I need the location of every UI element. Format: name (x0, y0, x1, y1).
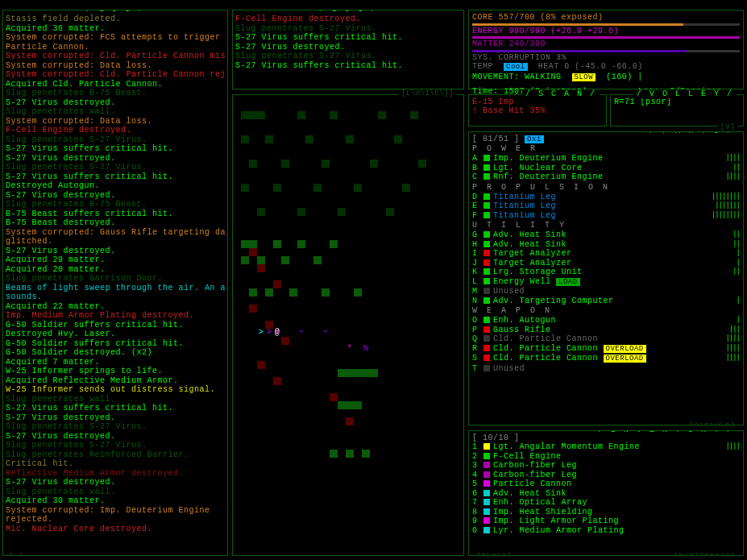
inv-title: / I N V E N T O R Y / (595, 430, 737, 434)
log-line: S-27 Virus suffers critical hit. (235, 61, 461, 71)
scan-panel: / S C A N / E-15 Imp ! Base Hit 35% (468, 94, 607, 127)
inv-capacity: [ 10/10 ] (472, 433, 740, 442)
map-entity[interactable]: > (257, 329, 265, 337)
part-row[interactable]: AImp. Deuterium Engine|||| (472, 154, 740, 164)
map-tile (370, 160, 378, 168)
part-row[interactable]: 5Particle Cannon (472, 479, 740, 489)
parts-list: P o w e rAImp. Deuterium Engine||||BLgt.… (472, 144, 740, 373)
log-line: Slug penetrates Reinforced Barrier. (6, 450, 225, 460)
core-bar (472, 23, 740, 26)
map-tile (249, 248, 257, 256)
part-row[interactable]: FTitanium Leg|||||||| (472, 211, 740, 221)
map-tile (354, 288, 362, 297)
part-row[interactable]: 2F-Cell Engine (472, 452, 740, 462)
part-row[interactable]: OEnh. Autogun| (472, 316, 740, 326)
speed-badge: SLOW (572, 73, 596, 81)
log-line: Slug penetrates wall. (6, 107, 225, 117)
map-tile (338, 208, 346, 216)
part-row[interactable]: PGauss Rifle||| (472, 326, 740, 335)
log-line: Particle Cannon. (6, 43, 225, 52)
map-tile (281, 337, 289, 345)
map-tile (330, 111, 338, 119)
log-line: Acquired 20 matter. (6, 265, 225, 275)
map-tile (362, 369, 370, 377)
part-row[interactable]: LEnergy Well LOAD (472, 277, 740, 288)
log-line: S-27 Virus suffers critical hit. (235, 33, 461, 43)
map-tile (338, 401, 346, 409)
map-tile (249, 305, 257, 313)
log-line: Acquired Cld. Particle Cannon. (6, 80, 225, 89)
map-tile (297, 111, 305, 119)
part-row[interactable]: TUnused (472, 364, 740, 374)
map-tile (354, 184, 362, 192)
map-tile (354, 369, 362, 377)
status-core: CORE 557/700 (8% exposed) (472, 13, 740, 23)
map-entity[interactable]: ~ (297, 329, 305, 337)
part-row[interactable]: 1Lgt. Angular Momentum Engine|||| (472, 442, 740, 452)
map-hint: [L\A\I\C\]] (398, 89, 457, 97)
log2-title: / L O G / (316, 10, 380, 14)
map-tile (370, 369, 378, 377)
part-row[interactable]: BLgt. Nuclear Core|| (472, 164, 740, 173)
map-tile (273, 240, 281, 248)
part-row[interactable]: 9Imp. Light Armor Plating (472, 516, 740, 526)
map-tile (241, 256, 249, 264)
map-entity[interactable]: ~ (322, 329, 330, 337)
inventory-list: 1Lgt. Angular Momentum Engine||||2F-Cell… (472, 442, 740, 535)
log-line: Slug penetrates S-27 Virus. (6, 135, 225, 145)
scan-target[interactable]: E-15 Imp (472, 97, 603, 106)
part-row[interactable]: GAdv. Heat Sink|| (472, 230, 740, 240)
log-line: S-27 Virus suffers critical hit. (6, 172, 225, 182)
map-tile (330, 240, 338, 248)
map-entity[interactable]: * (346, 345, 354, 353)
map-tile (346, 135, 354, 143)
map-entity[interactable]: > (273, 329, 281, 337)
part-row[interactable]: 3Carbon-fiber Leg (472, 461, 740, 471)
log-line: B-75 Beast suffers critical hit. (6, 209, 225, 219)
map-tile (281, 160, 289, 168)
map-entity[interactable]: % (362, 345, 370, 353)
part-row[interactable]: MUnused (472, 287, 740, 297)
part-row[interactable]: NAdv. Targeting Computer| (472, 297, 740, 306)
part-row[interactable]: 7Enh. Optical Array (472, 498, 740, 508)
part-row[interactable]: 6Adv. Heat Sink (472, 489, 740, 499)
map-tile (241, 240, 249, 248)
log-line: Slug penetrates B-75 Beast. (6, 200, 225, 209)
map-tile (330, 393, 338, 401)
log-line: F-Cell Engine destroyed. (235, 15, 461, 24)
scan-title: / S C A N / (522, 89, 600, 98)
part-row[interactable]: RCld. Particle Cannon OVERLOAD|||| (472, 344, 740, 355)
log-line: Reflective Medium Armor destroyed. (6, 469, 225, 479)
log-line: Slug penetrates B-75 Beast. (6, 89, 225, 98)
parts-capacity: [ 81/51 ] Ox1 (472, 135, 740, 143)
inv-footer-r: [MAP][ESC/?] (671, 553, 738, 556)
part-row[interactable]: SCld. Particle Cannon OVERLOAD|||| (472, 354, 740, 364)
part-row[interactable]: ITarget Analyzer| (472, 249, 740, 259)
part-row[interactable]: DTitanium Leg|||||||| (472, 193, 740, 202)
part-row[interactable]: HAdv. Heat Sink|| (472, 240, 740, 250)
part-row[interactable]: 0Lyr. Medium Armor Plating (472, 526, 740, 536)
map-tile (257, 111, 265, 119)
part-row[interactable]: ETitanium Leg||||||| (472, 201, 740, 211)
log-line: Slug penetrates S-27 Virus. (235, 24, 461, 34)
part-row[interactable]: KLrg. Storage Unit|| (472, 268, 740, 277)
log-line: G-50 Soldier suffers critical hit. (6, 321, 225, 330)
part-row[interactable]: JTarget Analyzer| (472, 259, 740, 268)
log-line: S-27 Virus destroyed. (6, 191, 225, 201)
log2-content: F-Cell Engine destroyed.Slug penetrates … (235, 15, 461, 70)
section-header: P r o p u l s i o n (472, 183, 740, 192)
part-row[interactable]: QCld. Particle Cannon|||| (472, 334, 740, 344)
part-row[interactable]: CRnf. Deuterium Engine|||| (472, 172, 740, 182)
temp-badge: Cool (504, 63, 528, 71)
map-tile (273, 377, 281, 385)
map-panel[interactable]: [L\A\I\C\]] @>>>~~*% (232, 94, 464, 556)
log-line: S-27 Virus destroyed. (6, 98, 225, 108)
log-line: sounds. (6, 292, 225, 302)
map-entity[interactable]: > (265, 329, 273, 337)
map-tile (313, 184, 322, 192)
part-row[interactable]: 4Carbon-fiber Leg (472, 471, 740, 480)
part-row[interactable]: 8Imp. Heat Shielding (472, 508, 740, 517)
log-line: G-50 Soldier destroyed. (x2) (6, 348, 225, 358)
log-line: System corrupted: Data loss. (6, 117, 225, 127)
log-line: Beams of light sweep through the air. An… (6, 284, 225, 293)
